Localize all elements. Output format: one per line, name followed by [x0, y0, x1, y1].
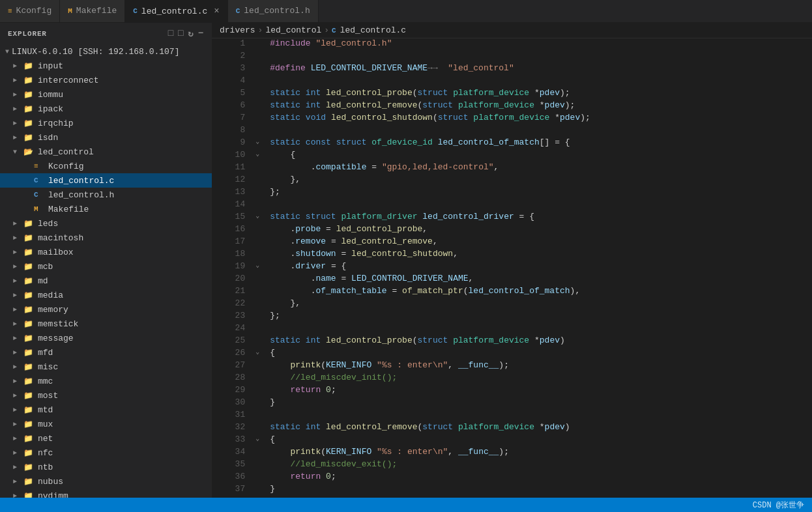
tab-led-control-c-close[interactable]: ×: [214, 6, 219, 16]
collapse-icon[interactable]: −: [198, 28, 204, 39]
tab-kconfig[interactable]: ≡ Kconfig: [0, 0, 60, 22]
sidebar-item-mux[interactable]: ► 📁 mux: [0, 417, 212, 431]
sidebar-item-iommu[interactable]: ► 📁 iommu: [0, 87, 212, 102]
arrow-md: ►: [13, 277, 23, 285]
fold-37: [255, 484, 265, 496]
arrow-mailbox: ►: [13, 249, 23, 256]
sidebar-item-led-control-c[interactable]: C led_control.c: [0, 173, 212, 188]
fold-32: [255, 422, 265, 434]
sidebar-item-md[interactable]: ► 📁 md: [0, 274, 212, 288]
line-content-30: }: [265, 397, 812, 410]
sidebar-item-nfc[interactable]: ► 📁 nfc: [0, 446, 212, 460]
code-line-28: 28 //led_miscdev_init();: [212, 373, 812, 385]
sidebar-item-nubus[interactable]: ► 📁 nubus: [0, 474, 212, 489]
sidebar-item-macintosh[interactable]: ► 📁 macintosh: [0, 231, 212, 245]
tab-led-control-h-label: led_control.h: [244, 6, 310, 16]
refresh-icon[interactable]: ↻: [188, 28, 194, 39]
line-content-18: .shutdown = led_control_shutdown,: [265, 249, 812, 261]
nvdimm-label: nvdimm: [38, 491, 212, 498]
sidebar-item-led-control-folder[interactable]: ▼ 📂 led_control: [0, 145, 212, 159]
fold-9[interactable]: ⌄: [255, 137, 265, 150]
sidebar-item-input[interactable]: ► 📁 input: [0, 59, 212, 73]
sidebar-item-nvdimm[interactable]: ► 📁 nvdimm: [0, 489, 212, 498]
sidebar-item-makefile-file[interactable]: M Makefile: [0, 202, 212, 216]
sidebar-item-misc[interactable]: ► 📁 misc: [0, 360, 212, 374]
line-num-22: 22: [212, 298, 255, 311]
editor-content[interactable]: 1 #include "led_control.h" 2 3 #define L…: [212, 38, 812, 498]
sidebar-item-most[interactable]: ► 📁 most: [0, 388, 212, 403]
line-content-2: [265, 51, 812, 63]
sidebar-item-led-control-h[interactable]: C led_control.h: [0, 188, 212, 202]
sidebar-item-mcb[interactable]: ► 📁 mcb: [0, 259, 212, 274]
fold-26[interactable]: ⌄: [255, 348, 265, 360]
line-content-22: },: [265, 298, 812, 311]
sidebar-item-media[interactable]: ► 📁 media: [0, 288, 212, 302]
main-area: EXPLORER □ □ ↻ − ▼ LINUX-6.0.10 [SSH: 19…: [0, 23, 812, 498]
fold-29: [255, 385, 265, 397]
fold-19[interactable]: ⌄: [255, 261, 265, 274]
sidebar-item-interconnect[interactable]: ► 📁 interconnect: [0, 73, 212, 87]
fold-13: [255, 187, 265, 199]
sidebar-item-net[interactable]: ► 📁 net: [0, 431, 212, 446]
code-line-9: 9 ⌄ static const struct of_device_id led…: [212, 137, 812, 150]
fold-17: [255, 236, 265, 249]
new-file-icon[interactable]: □: [168, 28, 174, 39]
fold-23: [255, 311, 265, 323]
interconnect-label: interconnect: [38, 76, 212, 85]
line-content-34: printk(KERN_INFO "%s : enter\n", __func_…: [265, 447, 812, 459]
tab-led-control-h[interactable]: C led_control.h: [228, 0, 319, 22]
code-line-31: 31: [212, 410, 812, 422]
sidebar-item-message[interactable]: ► 📁 message: [0, 331, 212, 345]
line-num-3: 3: [212, 63, 255, 76]
sidebar-item-mtd[interactable]: ► 📁 mtd: [0, 403, 212, 417]
sidebar-item-leds[interactable]: ► 📁 leds: [0, 216, 212, 231]
iommu-label: iommu: [38, 90, 212, 100]
arrow-led-control: ▼: [13, 149, 23, 156]
sidebar-item-memory[interactable]: ► 📁 memory: [0, 302, 212, 317]
arrow-nvdimm: ►: [13, 492, 23, 498]
sidebar-item-kconfig-file[interactable]: ≡ Kconfig: [0, 159, 212, 173]
line-content-15: static struct platform_driver led_contro…: [265, 212, 812, 224]
tab-makefile-label: Makefile: [76, 6, 117, 16]
status-bar: CSDN @张世争: [0, 498, 812, 512]
led-control-h-icon: C: [34, 191, 46, 199]
tree-root[interactable]: ▼ LINUX-6.0.10 [SSH: 192.168.0.107]: [0, 44, 212, 59]
line-content-25: static int led_control_probe(struct plat…: [265, 335, 812, 348]
makefile-file-icon: M: [34, 205, 46, 213]
sidebar-item-ipack[interactable]: ► 📁 ipack: [0, 102, 212, 116]
arrow-interconnect: ►: [13, 77, 23, 84]
fold-10[interactable]: ⌄: [255, 150, 265, 162]
fold-15[interactable]: ⌄: [255, 212, 265, 224]
code-line-30: 30 }: [212, 397, 812, 410]
sidebar-item-irqchip[interactable]: ► 📁 irqchip: [0, 116, 212, 130]
fold-16: [255, 224, 265, 236]
fold-33[interactable]: ⌄: [255, 434, 265, 447]
net-label: net: [38, 434, 212, 444]
arrow-memory: ►: [13, 306, 23, 313]
line-num-25: 25: [212, 335, 255, 348]
sidebar-item-mfd[interactable]: ► 📁 mfd: [0, 345, 212, 360]
new-folder-icon[interactable]: □: [178, 28, 184, 39]
folder-icon-ntb: 📁: [23, 462, 35, 472]
line-num-5: 5: [212, 88, 255, 100]
sidebar-item-mailbox[interactable]: ► 📁 mailbox: [0, 245, 212, 259]
tab-led-control-c[interactable]: C led_control.c ×: [125, 0, 227, 22]
mmc-label: mmc: [38, 377, 212, 386]
arrow-iommu: ►: [13, 91, 23, 98]
led-control-h-label: led_control.h: [48, 190, 212, 200]
line-content-3: #define LED_CONTROL_DRIVER_NAME→→ "led_c…: [265, 63, 812, 76]
sidebar-item-ntb[interactable]: ► 📁 ntb: [0, 460, 212, 474]
sidebar-item-isdn[interactable]: ► 📁 isdn: [0, 130, 212, 145]
line-content-13: };: [265, 187, 812, 199]
breadcrumb-led-control: led_control: [265, 25, 321, 35]
line-num-4: 4: [212, 76, 255, 88]
sidebar-item-mmc[interactable]: ► 📁 mmc: [0, 374, 212, 388]
code-line-26: 26 ⌄ {: [212, 348, 812, 360]
tab-bar: ≡ Kconfig M Makefile C led_control.c × C…: [0, 0, 812, 23]
kconfig-icon: ≡: [34, 162, 46, 170]
line-content-17: .remove = led_control_remove,: [265, 236, 812, 249]
breadcrumb-c-icon: C: [332, 27, 336, 35]
tab-makefile[interactable]: M Makefile: [60, 0, 125, 22]
most-label: most: [38, 391, 212, 401]
sidebar-item-memstick[interactable]: ► 📁 memstick: [0, 317, 212, 331]
